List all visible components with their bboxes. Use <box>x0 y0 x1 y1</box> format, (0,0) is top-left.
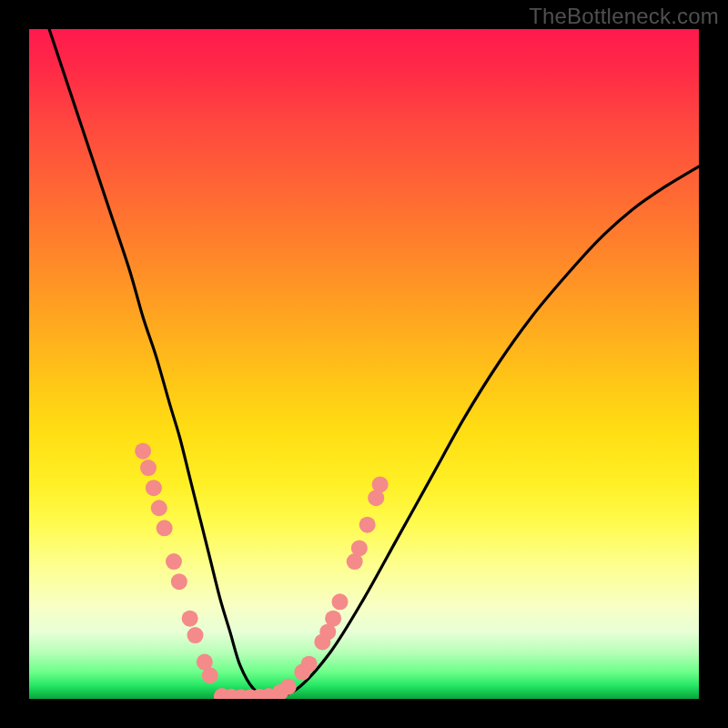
data-point <box>151 500 167 516</box>
data-point <box>166 553 182 570</box>
bottleneck-curve <box>49 29 699 698</box>
data-point <box>351 540 368 556</box>
data-point <box>325 611 341 627</box>
data-point <box>182 611 198 627</box>
data-point <box>372 476 389 492</box>
data-point <box>157 520 173 536</box>
data-point <box>202 667 218 683</box>
data-point <box>280 679 297 695</box>
data-point <box>146 480 162 496</box>
data-point <box>359 517 376 533</box>
chart-frame: TheBottleneck.com <box>0 0 728 728</box>
watermark-text: TheBottleneck.com <box>529 4 719 29</box>
data-point <box>140 460 157 476</box>
data-point <box>187 627 204 643</box>
data-point <box>135 443 151 460</box>
plot-area <box>29 29 699 699</box>
chart-svg <box>29 29 699 699</box>
data-point <box>332 593 349 610</box>
data-point <box>301 656 318 672</box>
data-point <box>171 573 187 590</box>
